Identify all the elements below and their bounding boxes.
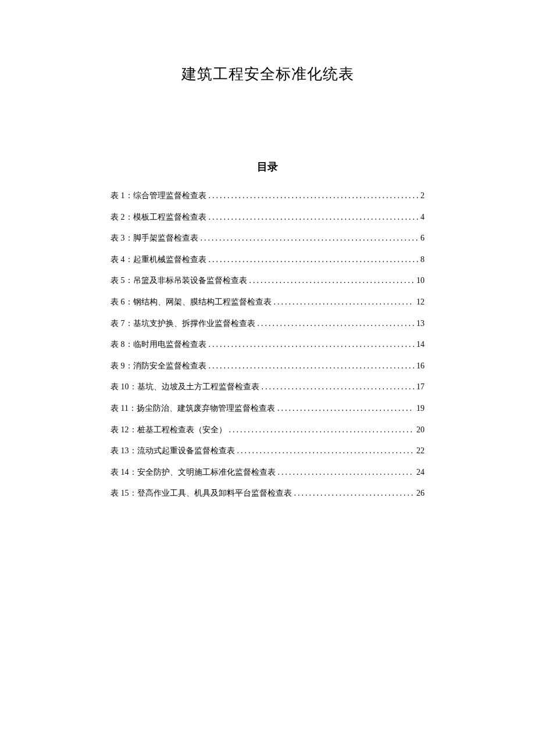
toc-entry-label: 表 1：综合管理监督检查表 <box>110 190 206 202</box>
toc-entry: 表 8：临时用电监督检查表 14 <box>110 339 425 350</box>
toc-entry-page: 4 <box>420 212 425 223</box>
toc-entry-label: 表 6：钢结构、网架、膜结构工程监督检查表 <box>110 296 272 308</box>
toc-entry: 表 4：起重机械监督检查表 8 <box>110 254 425 266</box>
toc-dots <box>209 254 419 266</box>
toc-entry: 表 9：消防安全监督检查表 16 <box>110 360 425 372</box>
toc-dots <box>229 424 415 436</box>
toc-dots <box>274 296 415 308</box>
toc-entry-page: 2 <box>420 190 425 202</box>
toc-dots <box>294 488 415 499</box>
toc-entry-page: 24 <box>416 467 425 478</box>
toc-entry-label: 表 3：脚手架监督检查表 <box>110 232 198 244</box>
toc-entry-page: 22 <box>416 445 425 457</box>
toc-entry-label: 表 4：起重机械监督检查表 <box>110 254 206 266</box>
toc-entry-page: 17 <box>416 381 425 393</box>
toc-dots <box>209 190 419 202</box>
toc-entry-label: 表 8：临时用电监督检查表 <box>110 339 206 350</box>
toc-entry: 表 6：钢结构、网架、膜结构工程监督检查表 12 <box>110 296 425 308</box>
toc-entry-page: 6 <box>420 232 425 244</box>
toc-entry-label: 表 14：安全防护、文明施工标准化监督检查表 <box>110 467 276 478</box>
toc-entry: 表 13：流动式起重设备监督检查表 22 <box>110 445 425 457</box>
toc-heading: 目录 <box>70 160 465 174</box>
document-title: 建筑工程安全标准化统表 <box>70 64 465 84</box>
toc-entry-label: 表 11：扬尘防治、建筑废弃物管理监督检查表 <box>110 403 275 414</box>
toc-entry-label: 表 15：登高作业工具、机具及卸料平台监督检查表 <box>110 488 292 499</box>
toc-entry-label: 表 7：基坑支护换、拆撑作业监督检查表 <box>110 318 255 329</box>
toc-dots <box>209 339 415 350</box>
toc-entry-label: 表 12：桩基工程检查表（安全） <box>110 424 227 436</box>
toc-dots <box>277 403 414 414</box>
toc-entry-page: 13 <box>416 318 425 329</box>
toc-entry-page: 14 <box>416 339 425 350</box>
toc-dots <box>209 360 415 372</box>
document-page: 建筑工程安全标准化统表 目录 表 1：综合管理监督检查表 2 表 2：模板工程监… <box>0 0 535 499</box>
toc-entry-page: 16 <box>416 360 425 372</box>
toc-entry-page: 10 <box>416 275 425 286</box>
toc-entry-page: 12 <box>416 296 425 308</box>
toc-entry-label: 表 13：流动式起重设备监督检查表 <box>110 445 235 457</box>
toc-dots <box>249 275 415 286</box>
toc-dots <box>237 445 415 457</box>
toc-entry-page: 20 <box>416 424 425 436</box>
toc-entry: 表 3：脚手架监督检查表 6 <box>110 232 425 244</box>
toc-entry: 表 12：桩基工程检查表（安全） 20 <box>110 424 425 436</box>
toc-dots <box>209 212 419 223</box>
toc-entry: 表 14：安全防护、文明施工标准化监督检查表 24 <box>110 467 425 478</box>
toc-entry: 表 10：基坑、边坡及土方工程监督检查表 17 <box>110 381 425 393</box>
toc-entry: 表 15：登高作业工具、机具及卸料平台监督检查表 26 <box>110 488 425 499</box>
toc-entry: 表 7：基坑支护换、拆撑作业监督检查表 13 <box>110 318 425 329</box>
toc-entry: 表 11：扬尘防治、建筑废弃物管理监督检查表 19 <box>110 403 425 414</box>
toc-entry-label: 表 2：模板工程监督检查表 <box>110 212 206 223</box>
toc-dots <box>201 232 419 244</box>
toc-entry-page: 26 <box>416 488 425 499</box>
toc-entry-page: 8 <box>420 254 425 266</box>
toc-entry: 表 1：综合管理监督检查表 2 <box>110 190 425 202</box>
toc-list: 表 1：综合管理监督检查表 2 表 2：模板工程监督检查表 4 表 3：脚手架监… <box>70 190 465 499</box>
toc-entry: 表 2：模板工程监督检查表 4 <box>110 212 425 223</box>
toc-dots <box>278 467 415 478</box>
toc-entry-label: 表 9：消防安全监督检查表 <box>110 360 206 372</box>
toc-entry-label: 表 10：基坑、边坡及土方工程监督检查表 <box>110 381 259 393</box>
toc-entry-label: 表 5：吊篮及非标吊装设备监督检查表 <box>110 275 247 286</box>
toc-dots <box>258 318 415 329</box>
toc-entry: 表 5：吊篮及非标吊装设备监督检查表 10 <box>110 275 425 286</box>
toc-entry-page: 19 <box>416 403 425 414</box>
toc-dots <box>262 381 415 393</box>
